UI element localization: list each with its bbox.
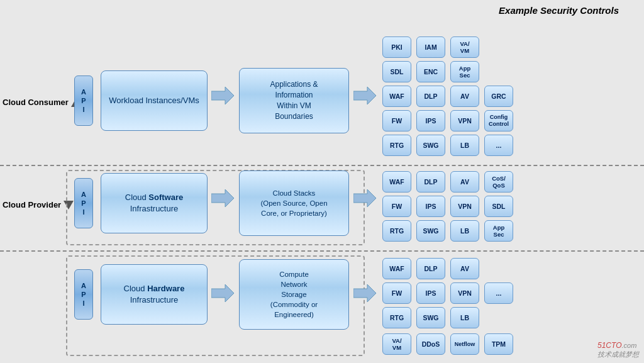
fat-arrow-1-row1 [211, 87, 234, 104]
svg-marker-2 [211, 189, 234, 207]
badge-iam-r1: IAM [416, 36, 445, 58]
badge-pki-r1: PKI [382, 36, 411, 58]
fat-arrow-2-row3 [353, 284, 376, 302]
badge-swg-r3: SWG [416, 307, 445, 328]
badge-ips-r2: IPS [416, 196, 445, 217]
badge-ips-r1: IPS [416, 110, 445, 131]
badge-rtg-r2: RTG [382, 220, 411, 242]
svg-marker-5 [353, 284, 376, 302]
badge-vpn-r3: VPN [450, 282, 479, 304]
badge-sdl-r1: SDL [382, 61, 411, 82]
cloud-consumer-label: Cloud Consumer [3, 98, 81, 107]
badge-enc-r1: ENC [416, 61, 445, 82]
fat-arrow-2-row1 [353, 87, 376, 104]
badge-dots-r1: ... [484, 135, 513, 156]
diagram: Example Security Controls Cloud Consumer… [0, 0, 644, 363]
cloud-provider-software-label: Cloud Provider [3, 200, 74, 209]
badge-netflow-r3: Netflow [450, 333, 479, 355]
badge-dlp-r1: DLP [416, 86, 445, 107]
badge-rtg-r1: RTG [382, 135, 411, 156]
badge-waf-r3: WAF [382, 258, 411, 279]
cloud-software-box: Cloud SoftwareInfrastructure [101, 173, 208, 233]
badge-grc-r1: GRC [484, 86, 513, 107]
applications-info-box: Applications &InformationWithin VMBounda… [239, 68, 349, 133]
badge-fw-r2: FW [382, 196, 411, 217]
api-pill-row2: API [74, 178, 93, 228]
svg-marker-0 [211, 87, 234, 104]
badge-fw-r1: FW [382, 110, 411, 131]
badge-av-r2: AV [450, 171, 479, 193]
badge-tpm-r3: TPM [484, 333, 513, 355]
badge-sdl-r2: SDL [484, 196, 513, 217]
badge-dlp-r3: DLP [416, 258, 445, 279]
badge-vpn-r1: VPN [450, 110, 479, 131]
watermark: 51CTO.com 技术成就梦想 [597, 341, 639, 359]
badge-vavm-r1: VA/VM [450, 36, 479, 58]
svg-marker-1 [353, 87, 376, 104]
fat-arrow-1-row2 [211, 189, 234, 207]
badge-vpn-r2: VPN [450, 196, 479, 217]
badge-vavm-r3: VA/VM [382, 333, 411, 355]
badge-fw-r3: FW [382, 282, 411, 304]
badge-appsec-r1: AppSec [450, 61, 479, 82]
badge-swg-r2: SWG [416, 220, 445, 242]
badge-dots-r3: ... [484, 282, 513, 304]
workload-instances-box: Workload Instances/VMs [101, 70, 208, 131]
cloud-stacks-box: Cloud Stacks(Open Source, OpenCore, or P… [239, 170, 349, 236]
api-pill-row3: API [74, 269, 93, 320]
badge-lb-r3: LB [450, 307, 479, 328]
badge-dlp-r2: DLP [416, 171, 445, 193]
api-pill-row1: API [74, 75, 93, 126]
svg-marker-4 [211, 284, 234, 302]
divider-2 [0, 250, 644, 252]
fat-arrow-2-row2 [353, 189, 376, 207]
badge-ips-r3: IPS [416, 282, 445, 304]
badge-av-r3: AV [450, 258, 479, 279]
badge-waf-r1: WAF [382, 86, 411, 107]
page-title: Example Security Controls [499, 5, 619, 16]
cloud-hardware-box: Cloud HardwareInfrastructure [101, 264, 208, 325]
badge-rtg-r3: RTG [382, 307, 411, 328]
badge-config-r1: ConfigControl [484, 110, 513, 131]
badge-ddos-r3: DDoS [416, 333, 445, 355]
badge-lb-r2: LB [450, 220, 479, 242]
svg-marker-3 [353, 189, 376, 207]
badge-cosqos-r2: CoS/QoS [484, 171, 513, 193]
badge-appsec-r2: AppSec [484, 220, 513, 242]
badge-swg-r1: SWG [416, 135, 445, 156]
badge-lb-r1: LB [450, 135, 479, 156]
badge-av-r1: AV [450, 86, 479, 107]
fat-arrow-1-row3 [211, 284, 234, 302]
compute-network-box: ComputeNetworkStorage(Commodity orEngine… [239, 259, 349, 330]
divider-1 [0, 165, 644, 166]
badge-waf-r2: WAF [382, 171, 411, 193]
